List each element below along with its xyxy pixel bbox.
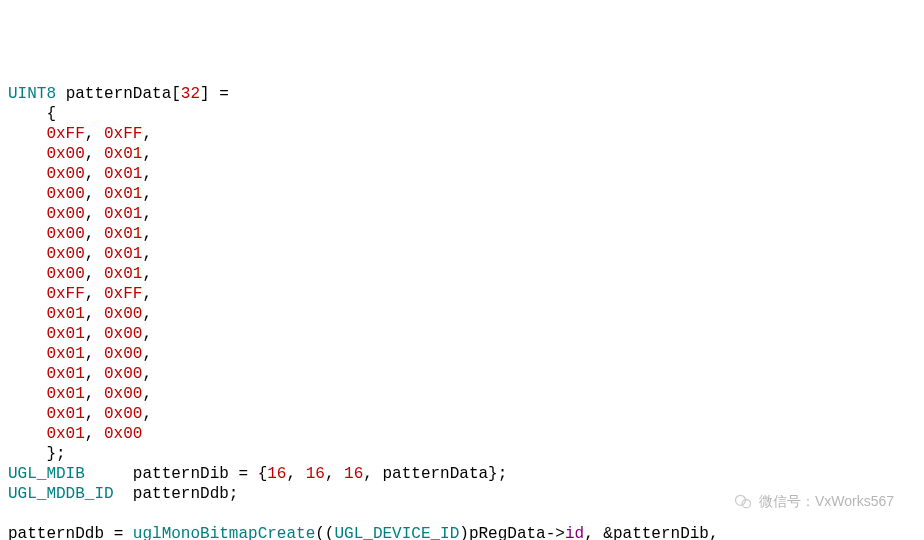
code-block: UINT8 patternData[32] = { 0xFF, 0xFF, 0x… — [8, 84, 916, 540]
